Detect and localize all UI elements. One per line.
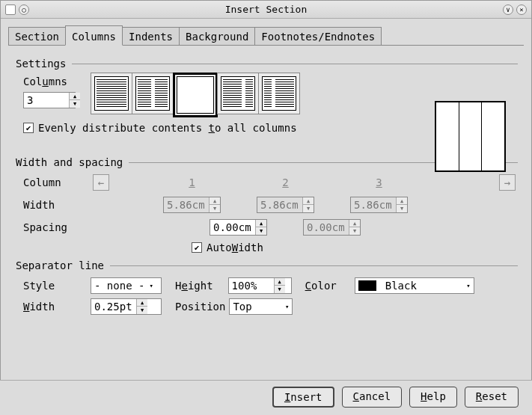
insert-button[interactable]: Insert bbox=[272, 387, 334, 408]
position-select[interactable]: Top▾ bbox=[229, 298, 293, 315]
color-label: Color bbox=[305, 280, 337, 292]
spacing-row-label: Spacing bbox=[16, 221, 91, 233]
cancel-button[interactable]: Cancel bbox=[342, 387, 403, 408]
color-swatch bbox=[358, 280, 376, 291]
separator-heading: Separator line bbox=[16, 259, 104, 271]
title-bar: ○ Insert Section ∨ × bbox=[1, 1, 531, 19]
tab-section[interactable]: Section bbox=[8, 27, 66, 46]
columns-up[interactable]: ▲ bbox=[70, 93, 80, 100]
preset-left-wide[interactable] bbox=[217, 73, 259, 114]
col-3-header: 3 bbox=[376, 176, 382, 188]
columns-spin[interactable]: ▲ ▼ bbox=[23, 92, 76, 108]
col-prev-arrow: ← bbox=[93, 174, 109, 191]
position-label: Position bbox=[175, 301, 225, 313]
style-label: Style bbox=[16, 280, 91, 292]
style-select[interactable]: - none -▾ bbox=[91, 277, 162, 294]
reset-button[interactable]: Reset bbox=[465, 387, 519, 408]
settings-heading: Settings bbox=[16, 58, 66, 70]
help-button[interactable]: Help bbox=[409, 387, 457, 408]
button-bar: Insert Cancel Help Reset bbox=[0, 380, 532, 415]
width-2-spin: ▲▼ bbox=[257, 197, 314, 213]
tab-columns[interactable]: Columns bbox=[65, 25, 123, 46]
width-3-spin: ▲▼ bbox=[350, 197, 408, 213]
document-icon bbox=[5, 4, 16, 15]
width-row-label: Width bbox=[16, 199, 91, 211]
preset-1col[interactable] bbox=[91, 73, 132, 114]
col-2-header: 2 bbox=[282, 176, 288, 188]
close-icon[interactable]: × bbox=[516, 4, 527, 15]
preset-2col[interactable] bbox=[132, 73, 174, 114]
column-row-label: Column bbox=[16, 176, 91, 188]
minimize-icon[interactable]: ∨ bbox=[503, 4, 513, 15]
width-1-spin: ▲▼ bbox=[163, 197, 221, 213]
autowidth-label: AutoWidth bbox=[207, 242, 263, 253]
columns-input[interactable] bbox=[24, 93, 69, 108]
col-1-header: 1 bbox=[189, 176, 195, 188]
height-spin[interactable]: ▲▼ bbox=[228, 277, 292, 294]
tab-indents[interactable]: Indents bbox=[122, 27, 180, 46]
evenly-label: Evenly distribute contents to all column… bbox=[38, 122, 297, 134]
sep-width-spin[interactable]: ▲▼ bbox=[91, 298, 162, 315]
preview-box bbox=[435, 101, 506, 172]
tab-background[interactable]: Background bbox=[179, 27, 255, 46]
height-label: Height bbox=[175, 280, 213, 292]
evenly-checkbox[interactable]: ✔ bbox=[23, 123, 34, 133]
columns-down[interactable]: ▼ bbox=[70, 100, 80, 108]
autowidth-checkbox[interactable]: ✔ bbox=[192, 242, 202, 253]
spacing-2-spin: ▲▼ bbox=[303, 219, 361, 236]
tab-footnotes[interactable]: Footnotes/Endnotes bbox=[254, 27, 382, 46]
pin-icon[interactable]: ○ bbox=[19, 4, 29, 15]
tab-bar: Section Columns Indents Background Footn… bbox=[1, 25, 531, 46]
columns-label: Columns bbox=[16, 76, 76, 87]
spacing-1-spin[interactable]: ▲▼ bbox=[210, 219, 267, 236]
window-title: Insert Section bbox=[225, 4, 308, 15]
preset-3col[interactable] bbox=[173, 73, 218, 117]
col-next-arrow: → bbox=[499, 174, 516, 191]
sep-width-label: Width bbox=[16, 301, 91, 313]
preset-right-wide[interactable] bbox=[258, 73, 300, 114]
width-spacing-heading: Width and spacing bbox=[16, 156, 123, 168]
color-select[interactable]: Black ▾ bbox=[355, 277, 474, 294]
